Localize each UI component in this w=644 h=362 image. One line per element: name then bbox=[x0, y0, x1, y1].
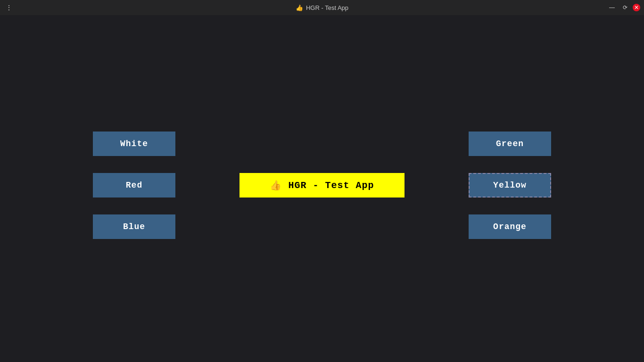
center-label: 👍 HGR - Test App bbox=[239, 173, 405, 197]
window-title: 👍 HGR - Test App bbox=[296, 4, 348, 11]
red-button[interactable]: Red bbox=[93, 173, 175, 197]
white-button[interactable]: White bbox=[93, 132, 175, 156]
menu-icon[interactable]: ⋮ bbox=[4, 2, 14, 14]
green-button[interactable]: Green bbox=[469, 132, 551, 156]
restore-button[interactable]: ⟳ bbox=[619, 3, 631, 12]
title-text: HGR - Test App bbox=[306, 4, 348, 11]
yellow-button[interactable]: Yellow bbox=[469, 173, 551, 197]
center-text: HGR - Test App bbox=[288, 180, 374, 191]
close-button[interactable]: ✕ bbox=[633, 4, 640, 11]
orange-button[interactable]: Orange bbox=[469, 214, 551, 239]
minimize-button[interactable]: — bbox=[606, 3, 618, 12]
blue-button[interactable]: Blue bbox=[93, 214, 175, 239]
window-controls: — ⟳ ✕ bbox=[606, 3, 640, 12]
title-icon: 👍 bbox=[296, 4, 303, 11]
center-icon: 👍 bbox=[270, 180, 282, 191]
title-bar: ⋮ 👍 HGR - Test App — ⟳ ✕ bbox=[0, 0, 644, 15]
button-layout: White Red Blue 👍 HGR - Test App Green Ye… bbox=[0, 15, 644, 362]
main-content: White Red Blue 👍 HGR - Test App Green Ye… bbox=[0, 15, 644, 362]
